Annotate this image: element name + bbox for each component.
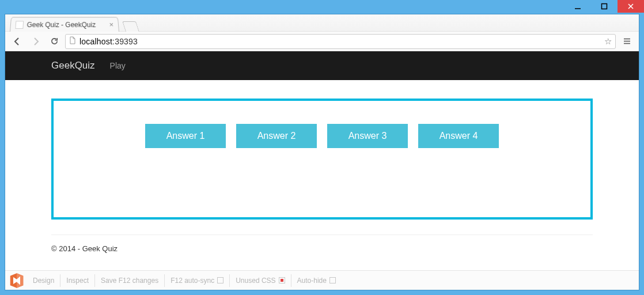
page-icon (69, 36, 76, 46)
window-titlebar (0, 0, 644, 14)
browser-menu-button[interactable] (619, 34, 634, 49)
svg-rect-1 (602, 4, 607, 9)
brand-link[interactable]: GeekQuiz (51, 60, 95, 71)
checkbox-icon[interactable] (279, 277, 285, 283)
answer-row: Answer 1 Answer 2 Answer 3 Answer 4 (54, 124, 590, 148)
new-tab-button[interactable] (122, 21, 139, 32)
answer-button-2[interactable]: Answer 2 (236, 124, 317, 148)
answer-button-1[interactable]: Answer 1 (145, 124, 226, 148)
checkbox-icon[interactable] (329, 277, 336, 283)
back-button[interactable] (10, 34, 25, 49)
devbar-design[interactable]: Design (27, 274, 60, 287)
devbar-autohide[interactable]: Auto-hide (291, 274, 342, 287)
address-bar[interactable]: localhost:39393 ☆ (65, 34, 616, 49)
site-navbar: GeekQuiz Play (5, 51, 639, 80)
forward-button[interactable] (28, 34, 43, 49)
devbar-unused[interactable]: Unused CSS (230, 274, 291, 287)
browser-window: Geek Quiz - GeekQuiz × localhost:39393 (5, 14, 639, 290)
vs-logo-icon[interactable] (6, 271, 27, 290)
bookmark-star-icon[interactable]: ☆ (604, 36, 612, 47)
browser-toolbar: localhost:39393 ☆ (5, 32, 639, 51)
url-text: localhost:39393 (79, 37, 138, 46)
tab-title: Geek Quiz - GeekQuiz (26, 21, 96, 29)
devbar-save[interactable]: Save F12 changes (95, 274, 165, 287)
favicon-icon (15, 21, 24, 29)
url-host: localhost (79, 37, 112, 46)
quiz-container: Answer 1 Answer 2 Answer 3 Answer 4 (51, 99, 593, 220)
divider (51, 235, 593, 235)
checkbox-icon[interactable] (217, 277, 223, 283)
answer-button-4[interactable]: Answer 4 (418, 124, 499, 148)
dev-toolbar: Design Inspect Save F12 changes F12 auto… (5, 270, 639, 290)
devbar-autosync[interactable]: F12 auto-sync (165, 274, 230, 287)
answer-button-3[interactable]: Answer 3 (327, 124, 408, 148)
page-viewport: GeekQuiz Play Answer 1 Answer 2 Answer 3… (5, 51, 639, 290)
nav-link-play[interactable]: Play (110, 61, 126, 70)
page-body: Answer 1 Answer 2 Answer 3 Answer 4 © 20… (5, 80, 639, 267)
tab-close-icon[interactable]: × (109, 20, 114, 29)
devbar-inspect[interactable]: Inspect (60, 274, 95, 287)
window-maximize-button[interactable] (591, 0, 618, 13)
window-frame: Geek Quiz - GeekQuiz × localhost:39393 (0, 0, 644, 295)
url-port: :39393 (112, 37, 138, 46)
window-minimize-button[interactable] (565, 0, 591, 13)
window-close-button[interactable] (618, 0, 644, 13)
tab-strip: Geek Quiz - GeekQuiz × (5, 14, 639, 32)
footer-copyright: © 2014 - Geek Quiz (51, 241, 593, 260)
browser-tab[interactable]: Geek Quiz - GeekQuiz × (10, 17, 119, 32)
reload-button[interactable] (47, 34, 62, 49)
